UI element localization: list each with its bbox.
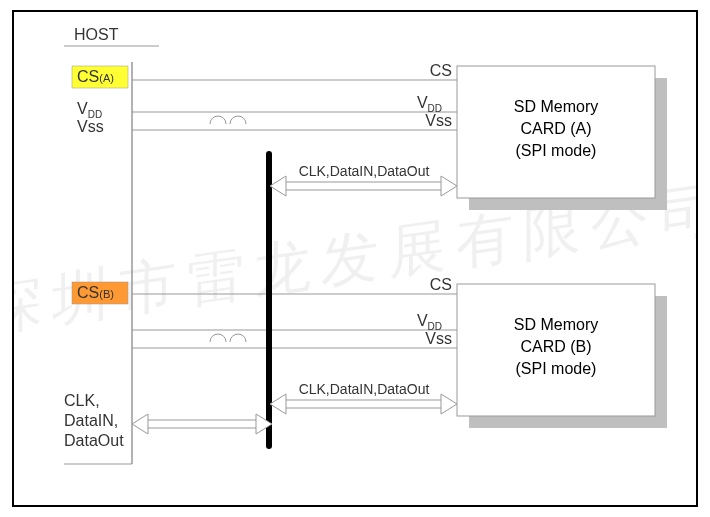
host-bus-line2: DataIN, [64, 412, 118, 429]
diagram-frame: 深圳市雷龙发展有限公司 HOST SD Memory CARD (A) (SPI… [12, 10, 698, 507]
card-b-line1: SD Memory [514, 316, 598, 333]
svg-marker-10 [270, 394, 286, 414]
pin-vdd-label: VDD [77, 100, 102, 120]
host-bus-line3: DataOut [64, 432, 124, 449]
pin-vss-label: Vss [77, 118, 104, 135]
bus-a-label: CLK,DataIN,DataOut [299, 163, 430, 179]
hop-2 [230, 116, 246, 124]
svg-marker-6 [270, 176, 286, 196]
card-a-line2: CARD (A) [520, 120, 591, 137]
arrow-bus-card-a [270, 176, 457, 196]
hop-4 [230, 334, 246, 342]
wire-vss-a-label: Vss [425, 112, 452, 129]
card-b-line3: (SPI mode) [516, 360, 597, 377]
wire-vss-b-label: Vss [425, 330, 452, 347]
host-bus-line1: CLK, [64, 392, 100, 409]
wire-cs-b-label: CS [430, 276, 452, 293]
hop-1 [210, 116, 226, 124]
svg-marker-7 [441, 176, 457, 196]
card-a-line1: SD Memory [514, 98, 598, 115]
bus-b-label: CLK,DataIN,DataOut [299, 381, 430, 397]
wire-vdd-b-label: VDD [417, 312, 442, 332]
arrow-host-bus [132, 414, 272, 434]
svg-marker-11 [441, 394, 457, 414]
wire-vdd-a-label: VDD [417, 94, 442, 114]
wire-cs-a-label: CS [430, 62, 452, 79]
svg-marker-2 [132, 414, 148, 434]
card-a-line3: (SPI mode) [516, 142, 597, 159]
hop-3 [210, 334, 226, 342]
host-title: HOST [74, 26, 119, 43]
arrow-bus-card-b [270, 394, 457, 414]
card-b-line2: CARD (B) [520, 338, 591, 355]
